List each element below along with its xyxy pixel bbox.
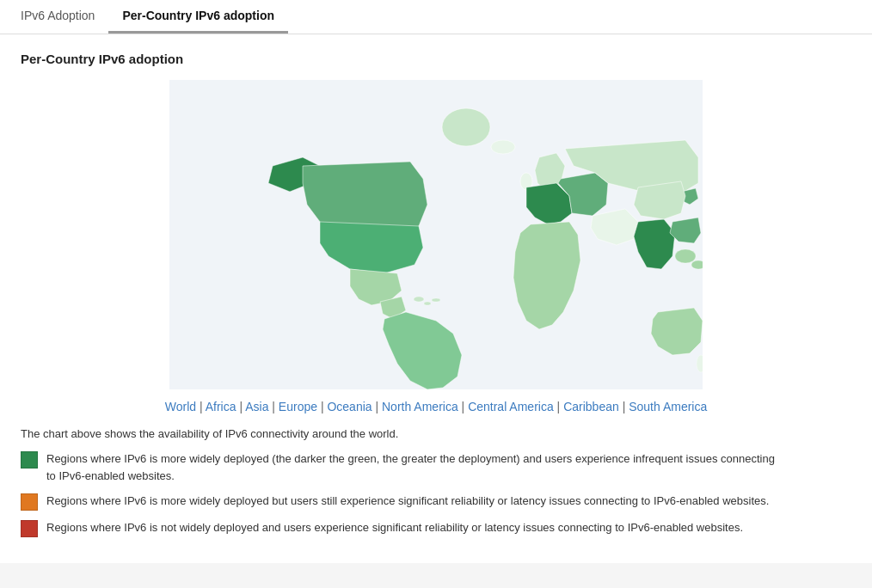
legend-color-orange — [21, 493, 38, 511]
legend-item-red: Regions where IPv6 is not widely deploye… — [21, 519, 851, 537]
region-link-asia[interactable]: Asia — [245, 400, 268, 413]
tabs-bar: IPv6 Adoption Per-Country IPv6 adoption — [0, 0, 872, 34]
svg-point-5 — [491, 140, 515, 154]
content-area: Per-Country IPv6 adoption — [0, 34, 872, 563]
svg-point-4 — [432, 298, 440, 302]
region-link-europe[interactable]: Europe — [279, 400, 317, 413]
legend-text-green: Regions where IPv6 is more widely deploy… — [46, 450, 786, 484]
region-link-africa[interactable]: Africa — [206, 400, 236, 413]
region-link-north-america[interactable]: North America — [382, 400, 458, 413]
tab-per-country[interactable]: Per-Country IPv6 adoption — [108, 0, 288, 34]
chart-description: The chart above shows the availability o… — [21, 427, 851, 440]
world-map-svg — [169, 80, 703, 389]
svg-point-2 — [414, 297, 424, 302]
world-map — [169, 80, 703, 389]
tab-ipv6-adoption[interactable]: IPv6 Adoption — [7, 0, 108, 34]
region-link-central-america[interactable]: Central America — [468, 400, 554, 413]
svg-point-1 — [442, 108, 490, 146]
legend-item-orange: Regions where IPv6 is more widely deploy… — [21, 493, 851, 511]
legend-item-green: Regions where IPv6 is more widely deploy… — [21, 450, 851, 484]
legend-color-green — [21, 451, 38, 469]
legend-text-orange: Regions where IPv6 is more widely deploy… — [46, 493, 769, 510]
legend-text-red: Regions where IPv6 is not widely deploye… — [46, 519, 743, 536]
region-link-oceania[interactable]: Oceania — [327, 400, 372, 413]
legend: Regions where IPv6 is more widely deploy… — [21, 450, 851, 537]
region-link-south-america[interactable]: South America — [629, 400, 707, 413]
svg-point-3 — [424, 302, 431, 305]
world-map-container — [21, 80, 851, 389]
region-link-caribbean[interactable]: Caribbean — [563, 400, 619, 413]
region-link-world[interactable]: World — [165, 400, 196, 413]
svg-point-7 — [675, 249, 696, 263]
page-title: Per-Country IPv6 adoption — [21, 52, 851, 66]
legend-color-red — [21, 520, 38, 537]
region-links: World | Africa | Asia | Europe | Oceania… — [21, 400, 851, 413]
